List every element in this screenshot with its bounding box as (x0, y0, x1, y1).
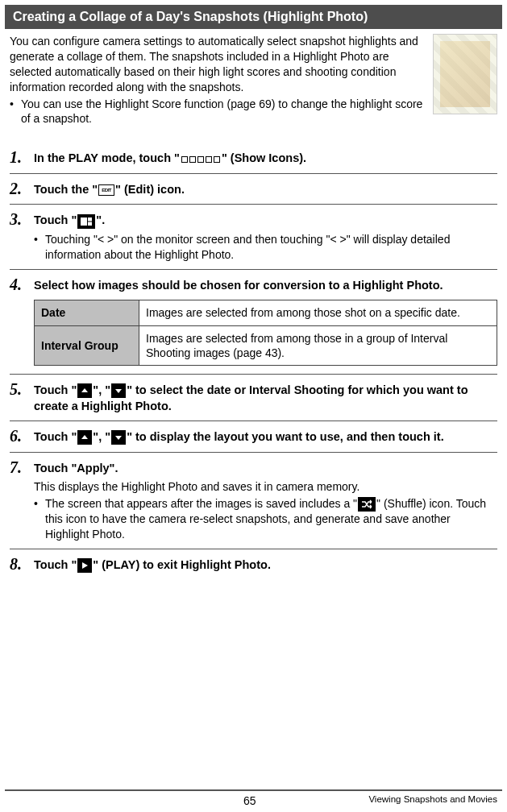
step-title: Touch "". (34, 211, 497, 229)
selection-table: Date Images are selected from among thos… (34, 300, 497, 366)
intro-block: You can configure camera settings to aut… (10, 34, 497, 126)
step-title: Touch "Apply". (34, 459, 497, 477)
step-number: 7. (10, 459, 27, 475)
intro-bullet: • You can use the Highlight Score functi… (10, 97, 425, 127)
step-number: 2. (10, 180, 27, 197)
step-7-bullet: • The screen that appears after the imag… (34, 496, 497, 542)
table-header-date: Date (35, 300, 139, 325)
intro-text: You can configure camera settings to aut… (10, 34, 425, 126)
page-content: You can configure camera settings to aut… (0, 29, 507, 580)
edit-icon: EDIT (98, 184, 114, 196)
step-1: 1. In the PLAY mode, touch "" (Show Icon… (10, 143, 497, 174)
bullet-dot: • (34, 232, 45, 263)
step-title: In the PLAY mode, touch "" (Show Icons). (34, 149, 497, 167)
step-number: 6. (10, 428, 27, 444)
step-4: 4. Select how images should be chosen fo… (10, 270, 497, 375)
step-title: Touch "", "" to display the layout you w… (34, 428, 497, 445)
section-header: Creating a Collage of a Day's Snapshots … (5, 5, 502, 29)
step-number: 5. (10, 381, 27, 397)
bullet-dot: • (34, 496, 45, 542)
svg-rect-0 (81, 218, 87, 226)
step-5: 5. Touch "", "" to select the date or In… (10, 375, 497, 421)
down-arrow-icon (111, 383, 126, 398)
step-7-body: This displays the Highlight Photo and sa… (34, 479, 497, 495)
table-row: Interval Group Images are selected from … (35, 325, 497, 365)
table-cell-date-desc: Images are selected from among those sho… (139, 300, 497, 325)
svg-rect-2 (88, 222, 92, 226)
step-3: 3. Touch "". • Touching "< >" on the mon… (10, 205, 497, 269)
step-title: Touch the "EDIT" (Edit) icon. (34, 180, 497, 198)
step-8: 8. Touch "" (PLAY) to exit Highlight Pho… (10, 549, 497, 580)
show-icons-icon (181, 156, 220, 163)
page-footer: 65 Viewing Snapshots and Movies (5, 789, 502, 812)
play-icon (77, 558, 92, 573)
step-3-bullet: • Touching "< >" on the monitor screen a… (34, 232, 497, 263)
collage-thumbnail (433, 34, 497, 114)
step-title: Touch "" (PLAY) to exit Highlight Photo. (34, 556, 497, 574)
down-arrow-icon (111, 430, 126, 445)
step-2: 2. Touch the "EDIT" (Edit) icon. (10, 174, 497, 205)
highlight-photo-icon (77, 214, 95, 229)
step-number: 4. (10, 276, 27, 292)
step-6: 6. Touch "", "" to display the layout yo… (10, 421, 497, 453)
step-7: 7. Touch "Apply". This displays the High… (10, 453, 497, 550)
bullet-dot: • (10, 97, 21, 127)
step-7-bullet-text: The screen that appears after the images… (45, 496, 497, 542)
step-title: Select how images should be chosen for c… (34, 276, 497, 294)
step-number: 1. (10, 149, 27, 165)
up-arrow-icon (77, 383, 92, 398)
intro-paragraph: You can configure camera settings to aut… (10, 35, 418, 93)
table-row: Date Images are selected from among thos… (35, 300, 497, 325)
step-3-bullet-text: Touching "< >" on the monitor screen and… (45, 232, 497, 263)
shuffle-icon (358, 497, 376, 512)
up-arrow-icon (77, 430, 92, 445)
footer-section: Viewing Snapshots and Movies (368, 794, 497, 804)
svg-rect-1 (88, 218, 92, 222)
page-number: 65 (131, 794, 368, 807)
table-header-interval: Interval Group (35, 325, 139, 365)
step-number: 8. (10, 556, 27, 572)
section-title: Creating a Collage of a Day's Snapshots … (13, 10, 368, 23)
step-title: Touch "", "" to select the date or Inter… (34, 381, 497, 414)
step-number: 3. (10, 211, 27, 227)
intro-bullet-text: You can use the Highlight Score function… (21, 97, 425, 127)
table-cell-interval-desc: Images are selected from among those in … (139, 325, 497, 365)
